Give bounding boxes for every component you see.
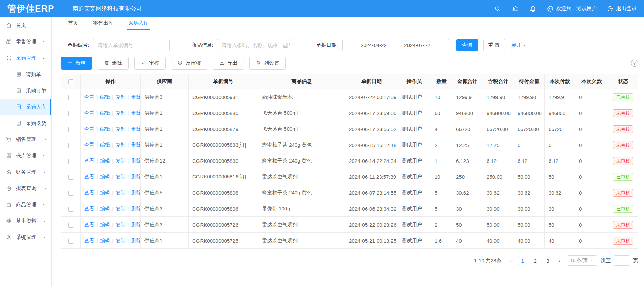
add-button[interactable]: 新增 xyxy=(61,57,92,70)
prev-page-button[interactable] xyxy=(507,256,515,265)
search-button[interactable]: 查询 xyxy=(456,39,478,51)
user-menu[interactable]: 欢迎您，测试用户 xyxy=(547,5,597,12)
row-checkbox[interactable] xyxy=(68,95,73,100)
copy-link[interactable]: 复制 xyxy=(116,190,126,195)
edit-link[interactable]: 编辑 xyxy=(100,142,110,148)
delete-link[interactable]: 删除 xyxy=(131,142,141,148)
view-link[interactable]: 查看 xyxy=(84,190,94,195)
date-range-picker[interactable]: ~ xyxy=(342,39,449,51)
search-icon[interactable] xyxy=(494,5,501,13)
date-end-input[interactable] xyxy=(397,42,438,48)
edit-link[interactable]: 编辑 xyxy=(100,110,110,116)
page-number-3[interactable]: 3 xyxy=(543,256,553,265)
row-checkbox[interactable] xyxy=(68,159,73,164)
edit-link[interactable]: 编辑 xyxy=(100,237,110,243)
copy-link[interactable]: 复制 xyxy=(116,126,126,132)
edit-link[interactable]: 编辑 xyxy=(100,94,110,100)
sidebar-item-purchase-mgmt[interactable]: 采购管理 xyxy=(0,50,51,66)
row-checkbox[interactable] xyxy=(68,207,73,212)
view-link[interactable]: 查看 xyxy=(84,158,94,164)
row-checkbox[interactable] xyxy=(68,111,73,116)
copy-link[interactable]: 复制 xyxy=(116,237,126,243)
sidebar-item-sales-mgmt[interactable]: 销售管理 xyxy=(0,131,51,148)
bill-no-input[interactable] xyxy=(93,39,170,51)
delete-link[interactable]: 删除 xyxy=(131,94,141,100)
copy-link[interactable]: 复制 xyxy=(116,158,126,164)
page-number-1[interactable]: 1 xyxy=(518,256,527,265)
unapprove-button[interactable]: 反审核 xyxy=(171,57,207,70)
copy-link[interactable]: 复制 xyxy=(116,142,126,148)
sidebar-item-basic-data[interactable]: 基本资料 xyxy=(0,213,51,229)
logout-button[interactable]: 退出登录 xyxy=(607,5,637,12)
view-link[interactable]: 查看 xyxy=(84,174,94,179)
copy-link[interactable]: 复制 xyxy=(116,94,126,100)
reset-button[interactable]: 重 置 xyxy=(483,39,505,51)
cell-tax-total: 50.00 xyxy=(483,217,514,233)
tab-retail-outbound[interactable]: 零售出库 xyxy=(92,17,115,30)
edit-link[interactable]: 编辑 xyxy=(100,158,110,164)
edit-link[interactable]: 编辑 xyxy=(100,190,110,195)
view-link[interactable]: 查看 xyxy=(84,222,94,227)
delete-button[interactable]: 删除 xyxy=(98,57,129,70)
sidebar-item-purchase-order[interactable]: 采购订单 xyxy=(0,82,51,99)
delete-link[interactable]: 删除 xyxy=(131,158,141,164)
row-checkbox[interactable] xyxy=(68,239,73,244)
edit-link[interactable]: 编辑 xyxy=(100,206,110,211)
product-info-input[interactable] xyxy=(217,39,294,51)
sidebar-item-purchase-request[interactable]: 请购单 xyxy=(0,66,51,82)
tab-purchase-inbound[interactable]: 采购入库 xyxy=(127,17,150,30)
delete-link[interactable]: 删除 xyxy=(131,237,141,243)
edit-link[interactable]: 编辑 xyxy=(100,222,110,227)
delete-link[interactable]: 删除 xyxy=(131,126,141,132)
column-settings-button[interactable]: 列设置 xyxy=(249,57,286,70)
copy-link[interactable]: 复制 xyxy=(116,206,126,211)
approve-button[interactable]: 审核 xyxy=(134,57,166,70)
sidebar-item-goods-mgmt[interactable]: 商品管理 xyxy=(0,196,51,213)
view-link[interactable]: 查看 xyxy=(84,237,94,243)
row-checkbox[interactable] xyxy=(68,143,73,148)
sidebar-item-finance-mgmt[interactable]: 财务管理 xyxy=(0,164,51,180)
export-button[interactable]: 导出 xyxy=(213,57,244,70)
help-icon[interactable]: ? xyxy=(631,60,638,67)
sidebar-item-home[interactable]: 首页 xyxy=(0,17,51,34)
view-link[interactable]: 查看 xyxy=(84,126,94,132)
edit-link[interactable]: 编辑 xyxy=(100,126,110,132)
cell-qty: 1 xyxy=(431,153,452,169)
delete-link[interactable]: 删除 xyxy=(131,110,141,116)
sidebar-item-purchase-return[interactable]: 采购退货 xyxy=(0,115,51,131)
tab-home[interactable]: 首页 xyxy=(67,17,79,30)
row-checkbox[interactable] xyxy=(68,127,73,132)
copy-link[interactable]: 复制 xyxy=(116,110,126,116)
bank-icon[interactable] xyxy=(511,5,519,13)
topbar-actions: 欢迎您，测试用户 退出登录 xyxy=(494,5,637,13)
view-link[interactable]: 查看 xyxy=(84,142,94,148)
bell-icon[interactable] xyxy=(529,5,537,13)
jump-page-input[interactable] xyxy=(614,255,630,266)
next-page-button[interactable] xyxy=(556,256,564,265)
row-checkbox[interactable] xyxy=(68,175,73,180)
sidebar-item-retail-mgmt[interactable]: 零售管理 xyxy=(0,34,51,50)
page-size-select[interactable]: 10 条/页 xyxy=(567,255,597,266)
row-checkbox[interactable] xyxy=(68,191,73,196)
delete-link[interactable]: 删除 xyxy=(131,174,141,179)
select-all-checkbox[interactable] xyxy=(68,79,73,84)
edit-link[interactable]: 编辑 xyxy=(100,174,110,179)
copy-link[interactable]: 复制 xyxy=(116,222,126,227)
page-number-2[interactable]: 2 xyxy=(530,256,540,265)
expand-link[interactable]: 展开 xyxy=(511,42,527,49)
view-link[interactable]: 查看 xyxy=(84,94,94,100)
copy-link[interactable]: 复制 xyxy=(116,174,126,179)
delete-link[interactable]: 删除 xyxy=(131,206,141,211)
view-link[interactable]: 查看 xyxy=(84,110,94,116)
cell-product: 蜂蜜柚子茶 240g 黄色 xyxy=(258,185,345,201)
sidebar-item-warehouse-mgmt[interactable]: 仓库管理 xyxy=(0,148,51,164)
view-link[interactable]: 查看 xyxy=(84,206,94,211)
sidebar-item-purchase-inbound[interactable]: 采购入库 xyxy=(0,99,51,115)
row-checkbox[interactable] xyxy=(68,223,73,228)
sidebar-item-report-query[interactable]: 报表查询 xyxy=(0,180,51,196)
delete-link[interactable]: 删除 xyxy=(131,190,141,195)
delete-link[interactable]: 删除 xyxy=(131,222,141,227)
link-separator: | xyxy=(97,222,98,227)
sidebar-item-system-mgmt[interactable]: 系统管理 xyxy=(0,229,51,245)
date-start-input[interactable] xyxy=(353,42,394,48)
